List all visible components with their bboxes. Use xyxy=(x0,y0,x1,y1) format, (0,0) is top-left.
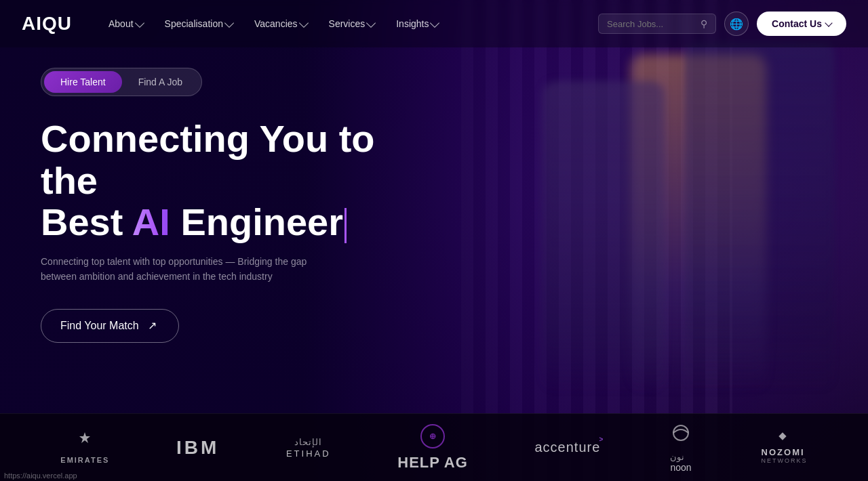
headline-engineer: Engineer xyxy=(180,201,343,243)
person-blur-3 xyxy=(685,41,834,393)
nav-about[interactable]: About xyxy=(99,13,153,35)
search-input[interactable] xyxy=(607,19,695,29)
nav-right: ⚲ 🌐 Contact Us xyxy=(598,12,846,36)
nozomi-sub-label: NETWORKS xyxy=(762,457,808,464)
status-bar: https://aiqu.vercel.app xyxy=(0,470,81,481)
svg-rect-1 xyxy=(778,432,786,440)
contact-label: Contact Us xyxy=(772,18,822,29)
nozomi-diamond-icon xyxy=(777,431,788,442)
logo-emirates: EMIRATES xyxy=(60,431,109,464)
etihad-en-text: ETIHAD xyxy=(286,448,331,459)
logo-noon: نون noon xyxy=(667,423,694,473)
nav-insights[interactable]: Insights xyxy=(387,13,448,35)
nav-services[interactable]: Services xyxy=(319,13,384,35)
search-icon: ⚲ xyxy=(701,18,707,29)
emirates-label: EMIRATES xyxy=(60,456,109,464)
navbar: AIQU About Specialisation Vacancies Serv… xyxy=(0,0,868,47)
helpag-circle-icon: ⊕ xyxy=(420,424,445,448)
nozomi-labels: NOZOMI NETWORKS xyxy=(762,447,808,464)
headline-line1: Connecting You to the xyxy=(41,118,420,201)
ibm-wordmark: IBM xyxy=(176,437,219,459)
accenture-wordmark: accenture > xyxy=(534,440,600,455)
hire-talent-toggle[interactable]: Hire Talent xyxy=(44,71,122,93)
find-job-toggle[interactable]: Find A Job xyxy=(122,71,199,93)
noon-labels: نون noon xyxy=(670,452,691,473)
cta-label: Find Your Match xyxy=(60,320,139,332)
headline-best: Best xyxy=(41,201,132,243)
logo-helpag: ⊕ HELP AG xyxy=(397,424,468,472)
vacancies-chevron-icon xyxy=(298,18,308,27)
nav-vacancies[interactable]: Vacancies xyxy=(245,13,317,35)
accenture-text: accenture xyxy=(534,440,600,455)
hero-headline: Connecting You to the Best AI Engineer xyxy=(41,118,420,243)
accenture-caret-icon: > xyxy=(599,436,603,443)
headline-line2: Best AI Engineer xyxy=(41,201,420,243)
logo-strip: EMIRATES IBM الإتحاد ETIHAD ⊕ HELP AG ac… xyxy=(0,413,868,481)
about-chevron-icon xyxy=(135,18,144,27)
arrow-icon: ↗ xyxy=(146,319,159,333)
noon-arabic-text: نون xyxy=(670,452,684,462)
etihad-arabic-text: الإتحاد xyxy=(294,437,322,447)
toggle-group: Hire Talent Find A Job xyxy=(41,68,202,96)
logo[interactable]: AIQU xyxy=(22,13,72,35)
find-match-button[interactable]: Find Your Match ↗ xyxy=(41,309,179,343)
search-bar: ⚲ xyxy=(598,14,716,34)
logo-accenture: accenture > xyxy=(534,440,600,455)
logo-nozomi: NOZOMI NETWORKS xyxy=(762,431,808,464)
person-area xyxy=(393,41,868,434)
globe-button[interactable]: 🌐 xyxy=(724,12,749,36)
hero-content: Hire Talent Find A Job Connecting You to… xyxy=(41,68,420,343)
hero-subtext: Connecting top talent with top opportuni… xyxy=(41,254,312,285)
nav-vacancies-label: Vacancies xyxy=(254,18,298,29)
nav-insights-label: Insights xyxy=(396,18,429,29)
specialisation-chevron-icon xyxy=(224,18,234,27)
logo-ibm: IBM xyxy=(176,437,219,459)
logo-etihad: الإتحاد ETIHAD xyxy=(286,437,331,459)
contact-chevron-icon xyxy=(825,19,832,26)
emirates-icon xyxy=(71,431,98,455)
nav-about-label: About xyxy=(108,18,134,29)
nav-links: About Specialisation Vacancies Services … xyxy=(99,13,598,35)
nav-specialisation-label: Specialisation xyxy=(165,18,223,29)
nav-specialisation[interactable]: Specialisation xyxy=(155,13,242,35)
contact-button[interactable]: Contact Us xyxy=(757,12,846,36)
noon-symbol-icon xyxy=(667,423,694,448)
nav-services-label: Services xyxy=(329,18,366,29)
noon-en-text: noon xyxy=(670,462,691,473)
svg-point-0 xyxy=(673,425,688,440)
services-chevron-icon xyxy=(366,18,376,27)
insights-chevron-icon xyxy=(430,18,439,27)
nozomi-wordmark: NOZOMI xyxy=(762,447,808,457)
person-blur-2 xyxy=(542,81,665,393)
helpag-wordmark: HELP AG xyxy=(397,454,468,472)
headline-ai: AI xyxy=(132,201,181,243)
cursor-icon xyxy=(344,208,347,243)
